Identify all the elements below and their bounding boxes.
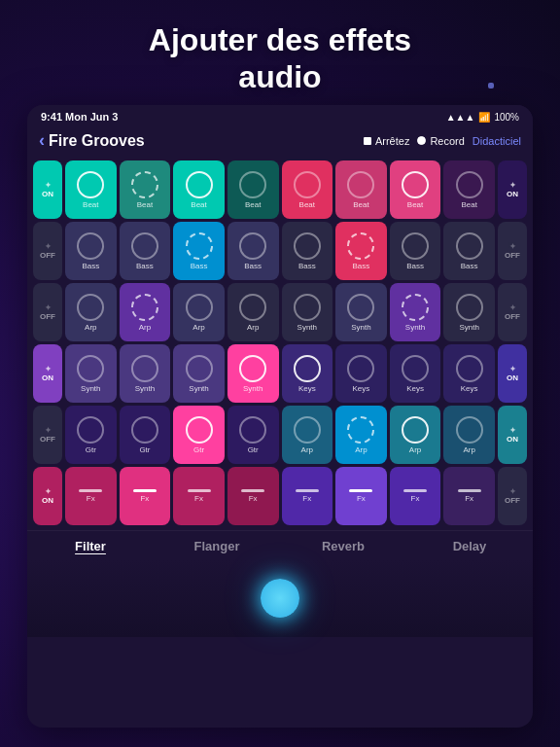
cell-beat-1[interactable]: Beat — [120, 160, 171, 219]
cell-synth4-3[interactable]: Synth — [228, 344, 279, 403]
row-arp: ✦ OFF Arp Arp Arp Arp Synth — [33, 283, 527, 341]
star-icon-3r: ✦ — [509, 365, 516, 374]
dash-fx-0 — [79, 489, 102, 492]
cell-synth-0[interactable]: Synth — [282, 283, 333, 341]
circle-gtr-1 — [131, 416, 158, 444]
circle-synth4-0 — [77, 355, 104, 382]
cell-arp5-3[interactable]: Arp — [443, 406, 495, 464]
side-left-0[interactable]: ✦ ON — [33, 160, 62, 219]
circle-gtr-2 — [186, 416, 213, 444]
cell-bass-0[interactable]: Bass — [65, 222, 117, 280]
status-time: 9:41 Mon Jun 3 — [41, 111, 118, 123]
cell-arp-2[interactable]: Arp — [173, 283, 225, 341]
status-bar: 9:41 Mon Jun 3 ▲▲▲ 📶 100% — [27, 105, 533, 126]
play-orb[interactable] — [261, 579, 299, 618]
tab-flanger[interactable]: Flanger — [154, 537, 280, 555]
cell-synth4-0[interactable]: Synth — [65, 344, 117, 403]
cell-fx-5[interactable]: Fx — [335, 467, 387, 525]
phone-container: 9:41 Mon Jun 3 ▲▲▲ 📶 100% ‹ Fire Grooves… — [27, 105, 533, 728]
cell-keys-1[interactable]: Keys — [335, 344, 387, 403]
cell-fx-1[interactable]: Fx — [120, 467, 171, 525]
side-right-5[interactable]: ✦ OFF — [498, 467, 527, 525]
circle-bass-0 — [77, 232, 104, 260]
dash-fx-7 — [458, 489, 481, 492]
record-label: Record — [430, 135, 464, 147]
cell-beat-6[interactable]: Beat — [390, 160, 441, 219]
grid-container: ✦ ON Beat Beat Beat Beat Beat — [27, 157, 533, 530]
cell-bass-7[interactable]: Bass — [443, 222, 495, 280]
circle-arp-1 — [131, 294, 158, 321]
cell-fx-2[interactable]: Fx — [173, 467, 225, 525]
tutorial-button[interactable]: Didacticiel — [472, 135, 521, 147]
title-area: Ajouter des effets audio — [0, 0, 560, 117]
cell-synth-3[interactable]: Synth — [443, 283, 495, 341]
tab-reverb[interactable]: Reverb — [280, 537, 406, 555]
cell-gtr-0[interactable]: Gtr — [65, 406, 117, 464]
circle-bass-4 — [294, 232, 321, 260]
cell-keys-3[interactable]: Keys — [443, 344, 495, 403]
cell-arp5-1[interactable]: Arp — [335, 406, 387, 464]
cell-bass-2[interactable]: Bass — [173, 222, 225, 280]
cell-synth4-2[interactable]: Synth — [173, 344, 225, 403]
cell-beat-7[interactable]: Beat — [443, 160, 495, 219]
record-icon — [417, 136, 426, 145]
cell-keys-0[interactable]: Keys — [282, 344, 333, 403]
cell-gtr-3[interactable]: Gtr — [228, 406, 279, 464]
cell-fx-6[interactable]: Fx — [390, 467, 441, 525]
circle-bass-7 — [456, 232, 483, 260]
side-right-0[interactable]: ✦ ON — [498, 160, 527, 219]
cell-beat-4[interactable]: Beat — [282, 160, 333, 219]
circle-beat-7 — [456, 171, 483, 198]
cell-keys-2[interactable]: Keys — [390, 344, 441, 403]
side-left-3[interactable]: ✦ ON — [33, 344, 62, 403]
cell-arp5-0[interactable]: Arp — [282, 406, 333, 464]
circle-arp-2 — [186, 294, 213, 321]
cell-beat-2[interactable]: Beat — [173, 160, 225, 219]
tab-delay[interactable]: Delay — [406, 537, 533, 555]
cell-gtr-1[interactable]: Gtr — [120, 406, 171, 464]
cell-gtr-2[interactable]: Gtr — [173, 406, 225, 464]
cell-beat-3[interactable]: Beat — [228, 160, 279, 219]
cell-bass-6[interactable]: Bass — [390, 222, 441, 280]
cell-fx-3[interactable]: Fx — [228, 467, 279, 525]
cell-synth-2[interactable]: Synth — [390, 283, 441, 341]
cell-arp-0[interactable]: Arp — [65, 283, 117, 341]
back-button[interactable]: ‹ Fire Grooves — [39, 130, 145, 151]
dash-fx-6 — [403, 489, 427, 492]
record-button[interactable]: Record — [417, 135, 464, 147]
cell-synth4-1[interactable]: Synth — [120, 344, 171, 403]
side-right-1[interactable]: ✦ OFF — [498, 222, 527, 280]
cell-beat-5[interactable]: Beat — [335, 160, 387, 219]
cell-fx-7[interactable]: Fx — [443, 467, 495, 525]
dash-fx-1 — [133, 489, 157, 492]
row-fx: ✦ ON Fx Fx Fx Fx Fx — [33, 467, 527, 525]
circle-gtr-0 — [77, 416, 104, 444]
cell-arp-1[interactable]: Arp — [120, 283, 171, 341]
cell-bass-1[interactable]: Bass — [120, 222, 171, 280]
header-title: Fire Grooves — [49, 132, 145, 150]
cell-arp5-2[interactable]: Arp — [390, 406, 441, 464]
circle-beat-2 — [186, 171, 213, 198]
cell-fx-4[interactable]: Fx — [282, 467, 333, 525]
tab-filter[interactable]: Filter — [27, 537, 154, 555]
star-icon-5r: ✦ — [509, 487, 516, 496]
stop-button[interactable]: Arrêtez — [364, 135, 409, 147]
side-left-5[interactable]: ✦ ON — [33, 467, 62, 525]
side-right-4[interactable]: ✦ ON — [498, 406, 527, 464]
side-left-2[interactable]: ✦ OFF — [33, 283, 62, 341]
cell-bass-4[interactable]: Bass — [282, 222, 333, 280]
cell-fx-0[interactable]: Fx — [65, 467, 117, 525]
circle-arp5-0 — [294, 416, 321, 444]
cell-beat-0[interactable]: Beat — [65, 160, 117, 219]
cell-synth-1[interactable]: Synth — [335, 283, 387, 341]
side-right-2[interactable]: ✦ OFF — [498, 283, 527, 341]
cell-bass-5[interactable]: Bass — [335, 222, 387, 280]
circle-gtr-3 — [239, 416, 266, 444]
star-icon-4l: ✦ — [45, 426, 52, 435]
circle-synth4-2 — [186, 355, 213, 382]
cell-arp-3[interactable]: Arp — [228, 283, 279, 341]
side-left-1[interactable]: ✦ OFF — [33, 222, 62, 280]
cell-bass-3[interactable]: Bass — [228, 222, 279, 280]
side-left-4[interactable]: ✦ OFF — [33, 406, 62, 464]
side-right-3[interactable]: ✦ ON — [498, 344, 527, 403]
